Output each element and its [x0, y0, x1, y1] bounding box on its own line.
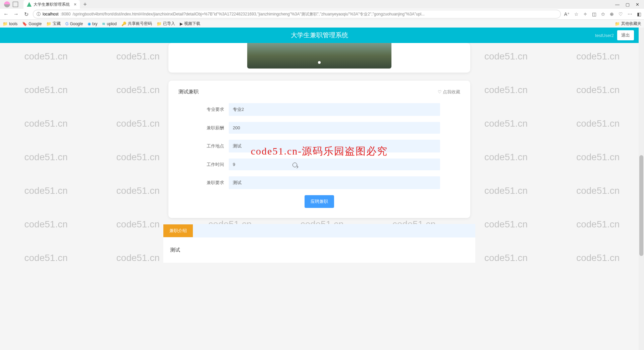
vue-favicon-icon: [27, 2, 32, 7]
split-screen-icon[interactable]: ◫: [592, 11, 596, 17]
address-bar[interactable]: ⓘ localhost:8080/springbooth4bmt/front/d…: [33, 10, 561, 18]
refresh-button[interactable]: ↻: [23, 11, 30, 17]
toolbar-icons: A⁺ ☆ ✧ ◫ ✩ ⊕ ♡ ⋯ ◧: [564, 11, 641, 17]
bookmark-video-download[interactable]: ▶视频下载: [180, 21, 200, 27]
bookmark-google2[interactable]: GGoogle: [65, 21, 83, 26]
close-window-icon[interactable]: ✕: [636, 2, 639, 7]
bookmark-tools[interactable]: 📁tools: [3, 21, 17, 26]
close-tab-icon[interactable]: ×: [74, 2, 76, 7]
more-icon[interactable]: ⋯: [628, 11, 632, 17]
url-port: :8080: [60, 12, 70, 16]
title-bar: 大学生兼职管理系统 × + — ▢ ✕: [0, 0, 644, 9]
browser-chrome: 大学生兼职管理系统 × + — ▢ ✕ ← → ↻ ⓘ localhost:80…: [0, 0, 644, 28]
tab-title: 大学生兼职管理系统: [34, 2, 70, 7]
other-bookmarks[interactable]: 📁其他收藏夹: [615, 21, 641, 27]
new-tab-button[interactable]: +: [83, 1, 87, 8]
url-host: localhost: [43, 12, 58, 16]
back-button[interactable]: ←: [3, 11, 9, 17]
nav-bar: ← → ↻ ⓘ localhost:8080/springbooth4bmt/f…: [0, 9, 644, 19]
site-info-icon[interactable]: ⓘ: [37, 11, 41, 17]
url-path: /springbooth4bmt/front/dist/index.html#/…: [72, 11, 425, 17]
browser-tab[interactable]: 大学生兼职管理系统 ×: [23, 0, 80, 9]
bookmark-imported[interactable]: 📁已导入: [157, 21, 175, 27]
extensions-icon[interactable]: ✧: [583, 11, 587, 17]
bookmark-txy[interactable]: ◉txy: [88, 21, 97, 26]
read-aloud-icon[interactable]: A⁺: [564, 11, 570, 17]
window-controls: — ▢ ✕: [615, 2, 643, 7]
copilot-icon[interactable]: ◧: [637, 11, 641, 17]
favorites-icon[interactable]: ✩: [601, 11, 605, 17]
maximize-icon[interactable]: ▢: [626, 2, 630, 7]
browser-essentials-icon[interactable]: ♡: [619, 11, 623, 17]
bookmarks-bar: 📁tools 🔖Google 📁宝藏 GGoogle ◉txy ≋uplod 🔑…: [0, 19, 644, 28]
bookmark-google[interactable]: 🔖Google: [22, 21, 42, 26]
minimize-icon[interactable]: —: [615, 2, 620, 7]
collections-icon[interactable]: ⊕: [610, 11, 614, 17]
forward-button[interactable]: →: [13, 11, 19, 17]
tab-actions-icon[interactable]: [13, 2, 18, 7]
favorite-star-icon[interactable]: ☆: [574, 11, 579, 17]
bookmark-baozang[interactable]: 📁宝藏: [46, 21, 61, 27]
bookmark-share-account[interactable]: 🔑共享账号密码: [121, 21, 152, 27]
bookmark-uplod[interactable]: ≋uplod: [102, 21, 116, 26]
profile-avatar-icon[interactable]: [4, 1, 10, 7]
